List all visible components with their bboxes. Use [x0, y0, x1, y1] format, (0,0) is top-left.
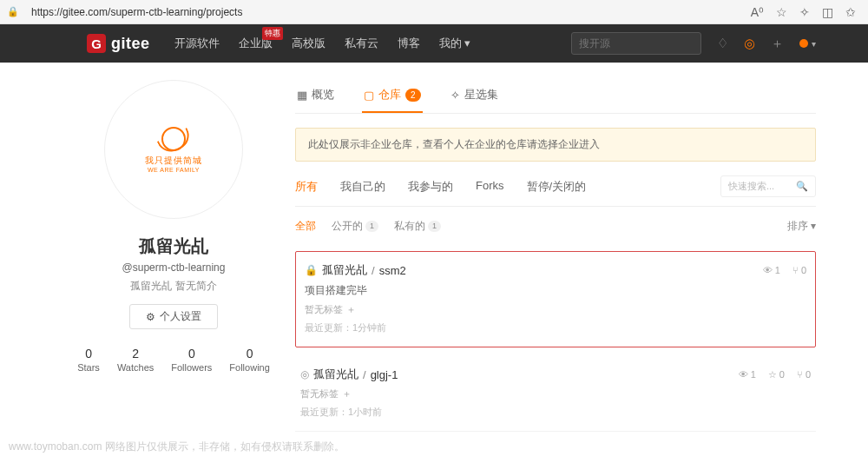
zoom-indicator[interactable]: A⁰ — [751, 5, 764, 19]
filter-all[interactable]: 全部 — [295, 219, 316, 234]
tab-stars[interactable]: ✧ 星选集 — [449, 80, 500, 113]
star-icon: ✧ — [450, 89, 460, 102]
avatar[interactable]: 我只提供简城 WE ARE FAMILY — [104, 80, 243, 219]
repo-updated: 最近更新：1小时前 — [300, 406, 811, 419]
plus-icon: ＋ — [342, 387, 352, 400]
repo-tags[interactable]: 暂无标签＋ — [305, 303, 806, 316]
repo-stats: 👁1 ⑂0 — [763, 265, 806, 275]
filter-private[interactable]: 私有的1 — [394, 219, 441, 234]
extensions-icon[interactable]: ✧ — [799, 5, 810, 19]
repo-owner: 孤留光乩 — [313, 367, 358, 382]
repo-name: glgj-1 — [371, 368, 398, 381]
browser-toolbar: A⁰ ☆ ✧ ◫ ✩ — [751, 5, 861, 19]
plus-icon: ＋ — [346, 303, 356, 316]
url-field[interactable]: https://gitee.com/superm-ctb-learning/pr… — [26, 4, 744, 20]
fork-stat[interactable]: ⑂0 — [797, 369, 811, 380]
star-stat[interactable]: ☆0 — [768, 369, 785, 380]
fork-icon: ⑂ — [797, 369, 803, 380]
top-nav: G gitee 开源软件 企业版特惠 高校版 私有云 博客 我的 ▾ ♢ ◎ ＋… — [0, 24, 868, 63]
slash: / — [363, 368, 366, 381]
visibility-filters: 全部 公开的1 私有的1 — [295, 219, 441, 234]
tab-overview[interactable]: ▦ 概览 — [295, 80, 336, 113]
stat-following[interactable]: 0Following — [229, 347, 269, 373]
search-input[interactable] — [571, 32, 701, 55]
profile-sidebar: 我只提供简城 WE ARE FAMILY 孤留光乩 @superm-ctb-le… — [87, 80, 260, 432]
subtab-participate[interactable]: 我参与的 — [408, 179, 453, 195]
nav-private-cloud[interactable]: 私有云 — [345, 36, 378, 51]
stat-followers[interactable]: 0Followers — [171, 347, 212, 373]
lock-icon: 🔒 — [305, 264, 318, 276]
stat-stars[interactable]: 0Stars — [77, 347, 100, 373]
logo[interactable]: G gitee — [87, 34, 150, 53]
fork-stat[interactable]: ⑂0 — [792, 265, 806, 275]
tab-label: 概览 — [312, 87, 334, 103]
slash: / — [372, 264, 375, 277]
lock-icon: 🔒 — [7, 6, 19, 17]
fork-icon: ⑂ — [792, 265, 799, 275]
user-bio: 孤留光乩 暂无简介 — [130, 279, 216, 294]
star-icon: ☆ — [768, 369, 777, 380]
subtabs-row: 所有 我自己的 我参与的 Forks 暂停/关闭的 快速搜索... 🔍 — [295, 175, 816, 207]
nav-opensource[interactable]: 开源软件 — [174, 36, 220, 51]
user-handle: @superm-ctb-learning — [122, 261, 226, 274]
watch-stat[interactable]: 👁1 — [763, 265, 780, 275]
favorite-icon[interactable]: ☆ — [776, 5, 787, 19]
public-icon: ◎ — [300, 368, 309, 380]
subtab-closed[interactable]: 暂停/关闭的 — [527, 179, 587, 195]
enterprise-notice: 此处仅展示非企业仓库，查看个人在企业的仓库请选择企业进入 — [295, 128, 816, 162]
profile-stats: 0Stars 2Watches 0Followers 0Following — [77, 347, 270, 373]
user-menu[interactable]: ▾ — [799, 39, 816, 49]
repo-item[interactable]: ◎ 孤留光乩 / glgj-1 👁1 ☆0 ⑂0 暂无标签＋ 最近更新：1小时前 — [295, 356, 816, 432]
hot-badge: 特惠 — [262, 27, 283, 40]
plus-icon[interactable]: ＋ — [771, 36, 784, 52]
nav-education[interactable]: 高校版 — [292, 36, 326, 51]
grid-icon: ▦ — [297, 89, 307, 102]
logo-text: gitee — [111, 35, 150, 53]
subtab-own[interactable]: 我自己的 — [340, 179, 385, 195]
subtabs: 所有 我自己的 我参与的 Forks 暂停/关闭的 — [295, 179, 586, 195]
avatar-dot — [799, 39, 808, 48]
stat-watches[interactable]: 2Watches — [117, 347, 154, 373]
tab-label: 星选集 — [464, 87, 498, 103]
bell-icon[interactable]: ♢ — [717, 36, 728, 51]
repo-item[interactable]: 🔒 孤留光乩 / ssm2 👁1 ⑂0 项目搭建完毕 暂无标签＋ 最近更新：1分… — [295, 251, 816, 347]
sidebar-icon[interactable]: ◫ — [822, 5, 833, 19]
eye-icon: 👁 — [763, 265, 773, 275]
repo-tags[interactable]: 暂无标签＋ — [300, 387, 811, 400]
repo-owner: 孤留光乩 — [322, 262, 367, 278]
collections-icon[interactable]: ✩ — [845, 5, 856, 19]
repo-name: ssm2 — [379, 264, 406, 277]
nav-enterprise[interactable]: 企业版特惠 — [239, 36, 273, 51]
settings-button[interactable]: ⚙ 个人设置 — [129, 304, 218, 329]
box-icon: ▢ — [364, 89, 374, 102]
location-icon[interactable]: ◎ — [744, 36, 755, 51]
sort-dropdown[interactable]: 排序 ▾ — [787, 219, 816, 234]
tab-repos[interactable]: ▢ 仓库 2 — [362, 80, 423, 113]
filter-public[interactable]: 公开的1 — [332, 219, 378, 234]
settings-label: 个人设置 — [160, 309, 201, 324]
logo-badge: G — [87, 34, 106, 53]
search-icon: 🔍 — [796, 181, 808, 192]
subtab-all[interactable]: 所有 — [295, 179, 318, 195]
eye-icon: 👁 — [739, 369, 748, 380]
browser-bar: 🔒 https://gitee.com/superm-ctb-learning/… — [0, 0, 868, 24]
username: 孤留光乩 — [139, 235, 208, 258]
avatar-text-en: WE ARE FAMILY — [148, 167, 200, 173]
avatar-text-cn: 我只提供简城 — [145, 155, 202, 167]
avatar-logo — [161, 127, 186, 151]
main-tabs: ▦ 概览 ▢ 仓库 2 ✧ 星选集 — [295, 80, 816, 114]
repo-title[interactable]: ◎ 孤留光乩 / glgj-1 — [300, 367, 398, 382]
watermark: www.toymoban.com 网络图片仅供展示，非存储，如有侵权请联系删除。 — [9, 440, 345, 449]
repo-title[interactable]: 🔒 孤留光乩 / ssm2 — [305, 262, 406, 278]
subtab-forks[interactable]: Forks — [476, 179, 504, 195]
nav-items: 开源软件 企业版特惠 高校版 私有云 博客 我的 ▾ — [174, 36, 571, 51]
nav-blog[interactable]: 博客 — [398, 36, 420, 51]
repo-description: 项目搭建完毕 — [305, 283, 806, 298]
watch-stat[interactable]: 👁1 — [739, 369, 756, 380]
gear-icon: ⚙ — [146, 311, 155, 323]
quick-search-input[interactable]: 快速搜索... 🔍 — [720, 175, 816, 197]
main-content: ▦ 概览 ▢ 仓库 2 ✧ 星选集 此处仅展示非企业仓库，查看个人在企业的仓库请… — [295, 80, 816, 432]
nav-mine[interactable]: 我的 ▾ — [439, 36, 471, 51]
tab-badge: 2 — [405, 89, 421, 102]
quick-search-placeholder: 快速搜索... — [728, 180, 774, 193]
